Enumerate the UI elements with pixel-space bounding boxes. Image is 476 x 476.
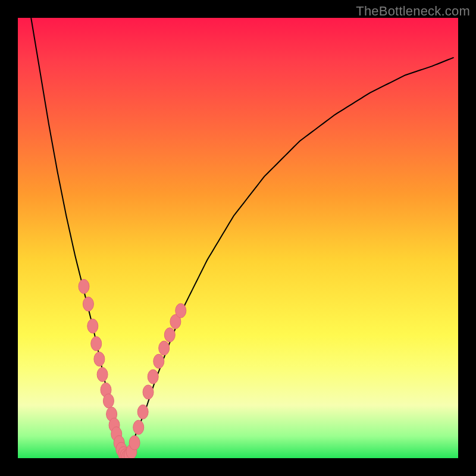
scatter-dot <box>91 337 102 351</box>
scatter-dot <box>94 352 105 367</box>
scatter-dot <box>154 354 164 368</box>
scatter-dot <box>103 394 114 408</box>
scatter-dot <box>129 436 140 450</box>
scatter-dot <box>137 405 148 419</box>
scatter-layer <box>18 18 458 458</box>
chart-frame: TheBottleneck.com <box>0 0 476 476</box>
scatter-dot <box>97 367 108 381</box>
scatter-dot <box>133 420 144 434</box>
scatter-dot <box>164 328 175 342</box>
scatter-dot <box>83 297 93 311</box>
scatter-dot <box>176 303 186 318</box>
scatter-dot <box>159 341 170 355</box>
scatter-dots <box>79 279 186 458</box>
watermark-text: TheBottleneck.com <box>356 4 470 19</box>
scatter-dot <box>143 385 154 399</box>
plot-area <box>18 18 458 458</box>
scatter-dot <box>87 319 98 333</box>
scatter-dot <box>148 369 158 384</box>
scatter-dot <box>79 279 89 293</box>
